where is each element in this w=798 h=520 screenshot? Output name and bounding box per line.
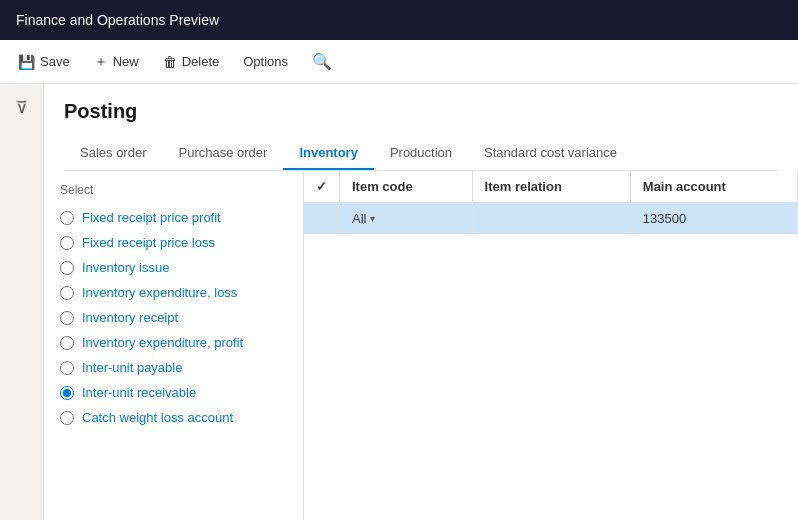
col-item-code: Item code [340,171,473,203]
tab-standard-cost-variance[interactable]: Standard cost variance [468,137,633,170]
search-icon: 🔍 [312,53,332,70]
page-header: Posting Sales order Purchase order Inven… [44,84,798,171]
radio-item-inter-unit-payable[interactable]: Inter-unit payable [60,355,287,380]
radio-label-inventory-receipt: Inventory receipt [82,310,178,325]
radio-inventory-receipt[interactable] [60,311,74,325]
radio-item-inter-unit-receivable[interactable]: Inter-unit receivable [60,380,287,405]
radio-fixed-receipt-price-profit[interactable] [60,211,74,225]
filter-icon[interactable]: ⊽ [12,94,32,121]
tab-production[interactable]: Production [374,137,468,170]
page-title: Posting [64,100,778,123]
radio-label-inventory-issue: Inventory issue [82,260,169,275]
radio-inter-unit-payable[interactable] [60,361,74,375]
radio-item-fixed-receipt-price-loss[interactable]: Fixed receipt price loss [60,230,287,255]
col-main-account: Main account [630,171,797,203]
radio-item-catch-weight-loss-account[interactable]: Catch weight loss account [60,405,287,430]
select-label: Select [60,183,287,197]
radio-label-inventory-expenditure-loss: Inventory expenditure, loss [82,285,237,300]
save-button[interactable]: 💾 Save [8,48,80,76]
sidebar-left: ⊽ [0,84,44,520]
radio-label-fixed-receipt-price-profit: Fixed receipt price profit [82,210,221,225]
table-panel: ✓ Item code Item relation Main account [304,171,798,520]
app-title: Finance and Operations Preview [16,12,219,28]
main-content: ⊽ Posting Sales order Purchase order Inv… [0,84,798,520]
delete-button[interactable]: 🗑 Delete [153,48,230,76]
save-icon: 💾 [18,54,35,70]
radio-item-inventory-issue[interactable]: Inventory issue [60,255,287,280]
radio-item-inventory-expenditure-profit[interactable]: Inventory expenditure, profit [60,330,287,355]
col-item-relation: Item relation [472,171,630,203]
content-area: Posting Sales order Purchase order Inven… [44,84,798,520]
content-body: Select Fixed receipt price profit Fixed … [44,171,798,520]
posting-table: ✓ Item code Item relation Main account [304,171,798,234]
radio-item-fixed-receipt-price-profit[interactable]: Fixed receipt price profit [60,205,287,230]
row-item-relation-cell [472,203,630,235]
table-row[interactable]: All ▾ 133500 [304,203,798,235]
row-item-code-cell: All ▾ [340,203,473,235]
item-code-dropdown-icon[interactable]: ▾ [370,213,375,224]
radio-catch-weight-loss-account[interactable] [60,411,74,425]
col-check: ✓ [304,171,340,203]
radio-label-inter-unit-receivable: Inter-unit receivable [82,385,196,400]
radio-label-catch-weight-loss-account: Catch weight loss account [82,410,233,425]
plus-icon: ＋ [94,53,108,71]
radio-panel: Select Fixed receipt price profit Fixed … [44,171,304,520]
top-bar: Finance and Operations Preview [0,0,798,40]
radio-item-inventory-expenditure-loss[interactable]: Inventory expenditure, loss [60,280,287,305]
new-button[interactable]: ＋ New [84,47,149,77]
radio-label-fixed-receipt-price-loss: Fixed receipt price loss [82,235,215,250]
radio-inter-unit-receivable[interactable] [60,386,74,400]
radio-label-inventory-expenditure-profit: Inventory expenditure, profit [82,335,243,350]
checkmark-icon: ✓ [316,179,327,194]
table-header-row: ✓ Item code Item relation Main account [304,171,798,203]
item-code-value: All [352,211,366,226]
row-main-account-cell: 133500 [630,203,797,235]
radio-item-inventory-receipt[interactable]: Inventory receipt [60,305,287,330]
radio-inventory-issue[interactable] [60,261,74,275]
search-button[interactable]: 🔍 [306,46,338,77]
toolbar: 💾 Save ＋ New 🗑 Delete Options 🔍 [0,40,798,84]
row-check-cell [304,203,340,235]
tab-purchase-order[interactable]: Purchase order [162,137,283,170]
tabs-bar: Sales order Purchase order Inventory Pro… [64,137,778,171]
radio-inventory-expenditure-loss[interactable] [60,286,74,300]
options-button[interactable]: Options [233,48,298,75]
tab-inventory[interactable]: Inventory [283,137,374,170]
radio-fixed-receipt-price-loss[interactable] [60,236,74,250]
radio-inventory-expenditure-profit[interactable] [60,336,74,350]
radio-label-inter-unit-payable: Inter-unit payable [82,360,182,375]
tab-sales-order[interactable]: Sales order [64,137,162,170]
delete-icon: 🗑 [163,54,177,70]
